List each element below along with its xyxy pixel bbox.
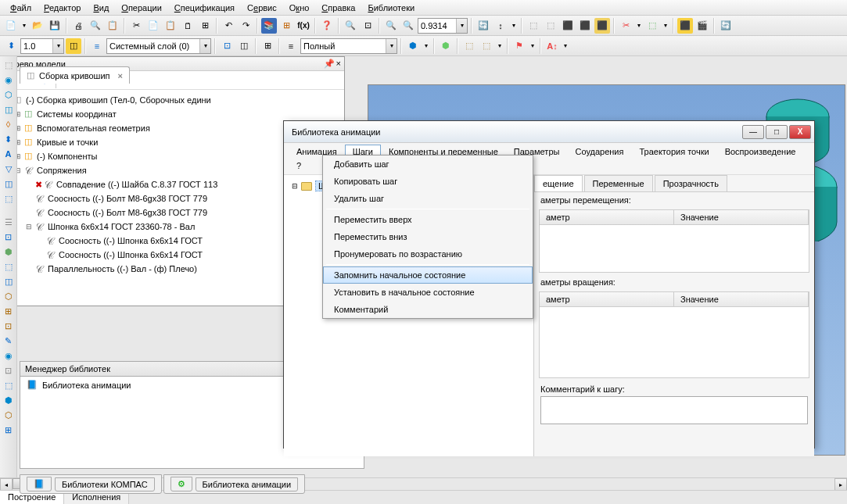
save-icon[interactable]: 💾 (47, 18, 63, 34)
grid-body2[interactable] (540, 307, 809, 377)
orient-icon[interactable]: ↕ (493, 18, 508, 34)
menu-libraries[interactable]: Библиотеки (362, 2, 422, 14)
maximize-button[interactable]: □ (766, 125, 788, 139)
fx-icon[interactable]: f(x) (296, 18, 311, 34)
dlg-menu-traj[interactable]: Траектория точки (631, 145, 716, 159)
ctx-item-4[interactable]: Переместить вверх (323, 211, 533, 228)
undo-icon[interactable]: ↶ (221, 18, 236, 34)
ctx-item-2[interactable]: Удалить шаг (323, 190, 533, 207)
lt-2-icon[interactable]: ◉ (2, 73, 16, 87)
ctx-item-8[interactable]: Запомнить начальное состояние (323, 266, 533, 284)
dd3-icon[interactable]: ▾ (635, 18, 643, 34)
dlg-tab-trans[interactable]: Прозрачность (655, 175, 727, 191)
lt-12-icon[interactable]: ⊡ (2, 230, 16, 244)
dlg-tab-vars[interactable]: Переменные (584, 175, 653, 191)
rotate-icon[interactable]: 🔄 (476, 18, 491, 34)
zoom-in-icon[interactable]: 🔍 (343, 18, 358, 34)
grid2-icon[interactable]: ⊞ (260, 38, 275, 54)
lt-25-icon[interactable]: ⊞ (2, 423, 16, 437)
lt-18-icon[interactable]: ⊡ (2, 319, 16, 333)
print-icon[interactable]: 🖨 (70, 18, 86, 34)
lt-9-icon[interactable]: ◫ (2, 177, 16, 191)
line-style-icon[interactable]: ≡ (283, 38, 299, 54)
flag-icon[interactable]: ⚑ (511, 38, 527, 54)
solid2-icon[interactable]: ⬢ (438, 38, 454, 54)
lt-19-icon[interactable]: ✎ (2, 334, 16, 348)
hidden-icon[interactable]: ⬚ (543, 18, 558, 34)
doc-tab[interactable]: ◫ Сборка кривошип × (20, 66, 130, 84)
ortho-icon[interactable]: ⊡ (219, 38, 235, 54)
dialog-titlebar[interactable]: Библиотека анимации — □ X (284, 121, 814, 143)
dd-icon[interactable]: ▾ (20, 18, 28, 34)
copy-icon[interactable]: 📄 (145, 18, 161, 34)
hatch-icon[interactable]: ◫ (66, 38, 81, 54)
zoom-combo[interactable]: ▾ (418, 18, 468, 34)
grid-icon[interactable]: ⊞ (197, 18, 213, 34)
dd6-icon[interactable]: ▾ (496, 38, 504, 54)
ctx-item-9[interactable]: Установить в начальное состояние (323, 284, 533, 301)
dlg-tab-move[interactable]: ещение (534, 175, 583, 191)
minimize-button[interactable]: — (742, 125, 764, 139)
lt-11-icon[interactable]: ☰ (2, 215, 16, 229)
solid-icon[interactable]: ⬢ (405, 38, 421, 54)
ctx-item-10[interactable]: Комментарий (323, 301, 533, 318)
scale-input[interactable] (21, 39, 52, 53)
redo-icon[interactable]: ↷ (238, 18, 253, 34)
dlg-menu-play[interactable]: Воспроизведение (717, 145, 804, 159)
lt-8-icon[interactable]: ▽ (2, 162, 16, 176)
vars-icon[interactable]: ⊞ (278, 18, 294, 34)
snap-icon[interactable]: ◫ (236, 38, 252, 54)
layer-icon[interactable]: ⬍ (3, 38, 19, 54)
bottom-tab-2[interactable]: ⚙Библиотека анимации (163, 474, 305, 494)
dd4-icon[interactable]: ▾ (662, 18, 669, 34)
menu-spec[interactable]: Спецификация (168, 2, 241, 14)
scroll-left-icon[interactable]: ◂ (0, 478, 13, 491)
ctx-item-1[interactable]: Копировать шаг (323, 173, 533, 190)
view-icon[interactable]: ⬚ (644, 18, 660, 34)
lt-1-icon[interactable]: ⬚ (2, 58, 16, 72)
shade2-icon[interactable]: ⬛ (577, 18, 593, 34)
lt-4-icon[interactable]: ◫ (2, 102, 16, 116)
lt-7-icon[interactable]: A (2, 147, 16, 161)
ctx-item-5[interactable]: Переместить вниз (323, 228, 533, 245)
dd8-icon[interactable]: ▾ (562, 38, 569, 54)
menu-view[interactable]: Вид (87, 2, 115, 14)
zoom-window-icon[interactable]: ⊡ (360, 18, 375, 34)
render2-icon[interactable]: 🎬 (694, 18, 710, 34)
close-panel-icon[interactable]: × (336, 59, 341, 69)
help-icon[interactable]: ❓ (319, 18, 335, 34)
menu-file[interactable]: Файл (4, 2, 38, 14)
comp2-icon[interactable]: ⬚ (479, 38, 494, 54)
menu-editor[interactable]: Редактор (38, 2, 87, 14)
layers-icon[interactable]: ≡ (89, 38, 105, 54)
menu-operations[interactable]: Операции (115, 2, 167, 14)
layer-input[interactable] (107, 39, 199, 53)
cut-icon[interactable]: ✂ (128, 18, 144, 34)
lt-23-icon[interactable]: ⬢ (2, 393, 16, 407)
comment-textarea[interactable] (540, 396, 808, 424)
zoom-fit-icon[interactable]: 🔍 (400, 18, 416, 34)
dd5-icon[interactable]: ▾ (422, 38, 430, 54)
lt-24-icon[interactable]: ⬡ (2, 408, 16, 422)
zoom-input[interactable] (418, 19, 456, 33)
lt-15-icon[interactable]: ◫ (2, 274, 16, 288)
persp-icon[interactable]: ⬛ (594, 18, 610, 34)
menu-help[interactable]: Справка (315, 2, 361, 14)
props-icon[interactable]: 🗒 (180, 18, 196, 34)
bottom-tab-1[interactable]: 📘Библиотеки КОМПАС (20, 474, 162, 494)
dlg-menu-coll[interactable]: Соударения (567, 145, 631, 159)
render-icon[interactable]: ⬛ (677, 18, 693, 34)
linestyle-input[interactable] (301, 39, 386, 53)
tree-node[interactable]: ⊞◫Системы координат (2, 107, 343, 121)
paste-icon[interactable]: 📋 (163, 18, 178, 34)
scale-combo[interactable]: ▾ (20, 38, 64, 54)
wire-icon[interactable]: ⬚ (526, 18, 541, 34)
layer-combo[interactable]: ▾ (106, 38, 211, 54)
menu-window[interactable]: Окно (283, 2, 316, 14)
scroll-right-icon[interactable]: ▸ (834, 478, 847, 491)
tree-root[interactable]: ◫(-) Сборка кривошип (Тел-0, Сборочных е… (2, 93, 343, 107)
lt-16-icon[interactable]: ⬡ (2, 289, 16, 303)
zoom-prev-icon[interactable]: 🔍 (383, 18, 399, 34)
close-icon[interactable]: × (118, 71, 123, 80)
lt-6-icon[interactable]: ⬍ (2, 132, 16, 146)
